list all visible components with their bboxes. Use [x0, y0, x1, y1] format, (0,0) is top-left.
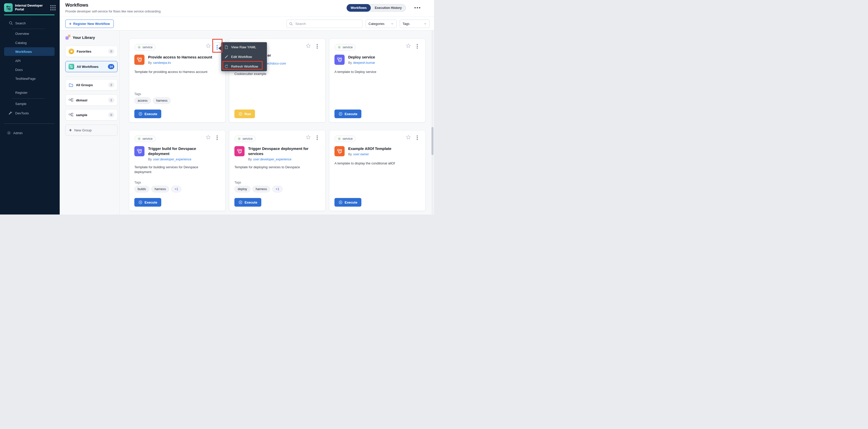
tag[interactable]: harness — [252, 186, 270, 192]
tag[interactable]: builds — [134, 186, 149, 192]
owner-link[interactable]: echdocs-core — [267, 62, 286, 65]
app-grid-icon[interactable] — [50, 5, 56, 10]
sidebar-item-overview[interactable]: Overview — [0, 29, 60, 38]
sidebar-item-api[interactable]: API — [0, 56, 60, 65]
card-title-row: Trigger Devspace deployment for services… — [235, 146, 320, 161]
workflows-icon — [68, 64, 74, 69]
template-icon — [335, 55, 345, 65]
library-group-all-workflows[interactable]: All Workflows 14 — [65, 61, 118, 72]
card-title-fragment: er — [268, 53, 271, 57]
template-icon — [235, 146, 245, 156]
menu-item-view-raw-yaml[interactable]: View Raw YAML — [221, 42, 267, 52]
sidebar-item-testnewpage[interactable]: TestNewPage — [0, 74, 60, 83]
owner-link[interactable]: user:developer_experience — [253, 158, 291, 161]
sidebar-item-register[interactable]: Register — [0, 88, 60, 97]
owner-link[interactable]: user:developer_experience — [153, 158, 191, 161]
count-badge: 0 — [108, 112, 114, 117]
scrollbar-thumb[interactable] — [431, 127, 433, 155]
library-group-sample[interactable]: sample 0 — [65, 109, 118, 120]
context-menu-arrow — [218, 46, 221, 51]
sidebar-item-docs[interactable]: Docs — [0, 65, 60, 74]
card-overflow-menu-icon[interactable] — [414, 134, 421, 142]
sidebar-item-sample[interactable]: Sample — [0, 99, 60, 108]
owner-link[interactable]: user:owner — [353, 152, 369, 156]
workflow-card-deploy-service[interactable]: service Deploy service Bydeepesh.kumar A… — [329, 39, 426, 122]
categories-dropdown[interactable]: Categories — [366, 20, 397, 28]
category-label: service — [243, 137, 253, 141]
service-gear-icon — [338, 46, 341, 49]
execute-button[interactable]: Execute — [134, 198, 161, 207]
workflow-card-trigger-build[interactable]: service Trigger build for Devspace deplo… — [129, 130, 225, 211]
category-chip: service — [335, 136, 356, 142]
owner-link[interactable]: sandeepa.kv — [153, 61, 171, 64]
tag[interactable]: deploy — [235, 186, 250, 192]
execute-label: Execute — [345, 112, 357, 116]
tags-dropdown[interactable]: Tags — [400, 20, 430, 28]
tags-label: Tags — [235, 181, 241, 184]
workflow-card-provide-access[interactable]: service Provide access to Harness accoun… — [129, 39, 225, 122]
library-divider — [65, 76, 118, 77]
app-logo-row: Internal Developer Portal — [4, 3, 56, 12]
sidebar-item-catalog[interactable]: Catalog — [0, 38, 60, 47]
register-new-workflow-button[interactable]: + Register New Workflow — [65, 20, 114, 28]
menu-item-refresh-workflow[interactable]: Refresh Workflow — [221, 61, 267, 71]
execute-button[interactable]: Execute — [235, 198, 261, 207]
more-tags-badge[interactable]: +1 — [171, 186, 181, 192]
page-subtitle: Provide developer self-service for flows… — [65, 10, 161, 13]
count-badge: 14 — [108, 64, 114, 69]
library-title: Your Library — [73, 35, 95, 40]
execute-label: Execute — [345, 201, 357, 204]
card-overflow-menu-icon[interactable] — [414, 42, 421, 50]
favorite-star-icon[interactable] — [406, 43, 411, 49]
run-button[interactable]: Run — [235, 110, 255, 118]
card-title: Deploy service — [348, 55, 375, 60]
tag[interactable]: access — [134, 97, 151, 104]
category-label: service — [343, 46, 353, 49]
new-group-button[interactable]: + New Group — [65, 124, 118, 136]
favorite-star-icon[interactable] — [406, 135, 411, 140]
card-overflow-menu-icon[interactable] — [314, 42, 321, 50]
sidebar-item-workflows[interactable]: Workflows — [4, 47, 55, 56]
play-circle-icon — [239, 200, 243, 204]
search-icon — [9, 21, 13, 25]
sidebar-item-devtools[interactable]: DevTools — [0, 109, 60, 117]
workflow-card-example-allof[interactable]: service Example AllOf Template Byuser:ow… — [329, 130, 426, 211]
more-tags-badge[interactable]: +1 — [272, 186, 282, 192]
library-group-label: dkmasl — [76, 98, 106, 102]
tag[interactable]: harness — [151, 186, 169, 192]
library-group-dkmasl[interactable]: dkmasl 1 — [65, 94, 118, 106]
library-group-all-groups[interactable]: All Groups 2 — [65, 79, 118, 90]
sidebar-item-label: Sample — [15, 102, 26, 106]
card-title: Provide access to Harness account — [148, 55, 212, 60]
toggle-execution-history[interactable]: Execution History — [371, 4, 406, 12]
sidebar-item-label: Register — [15, 91, 27, 94]
tag-row: deploy harness +1 — [235, 186, 283, 192]
library-group-favorites[interactable]: Favorites 0 — [65, 46, 118, 57]
execute-button[interactable]: Execute — [335, 110, 361, 118]
workflow-card-trigger-devspace[interactable]: service Trigger Devspace deployment for … — [229, 130, 326, 211]
owner-link[interactable]: deepesh.kumar — [353, 61, 375, 64]
favorite-star-icon[interactable] — [206, 43, 211, 49]
menu-item-edit-workflow[interactable]: Edit Workflow — [221, 52, 267, 61]
sidebar-item-search[interactable]: Search — [0, 19, 60, 27]
execute-button[interactable]: Execute — [335, 198, 361, 207]
favorite-star-icon[interactable] — [206, 135, 211, 140]
app-title: Internal Developer Portal — [15, 4, 48, 11]
card-overflow-menu-icon[interactable] — [214, 134, 221, 142]
run-label: Run — [245, 112, 251, 116]
card-title-row: Provide access to Harness account Bysand… — [134, 55, 220, 65]
card-overflow-menu-icon[interactable] — [314, 134, 321, 142]
category-label: service — [143, 137, 153, 141]
header-overflow-menu-icon[interactable] — [414, 7, 420, 8]
search-input[interactable] — [295, 22, 360, 26]
favorite-star-icon[interactable] — [306, 43, 311, 49]
play-circle-icon — [339, 112, 343, 116]
sidebar-item-admin[interactable]: Admin — [0, 128, 60, 137]
execute-button[interactable]: Execute — [134, 110, 161, 118]
menu-item-label: View Raw YAML — [231, 45, 256, 49]
toggle-workflows[interactable]: Workflows — [347, 4, 371, 12]
card-description: A template to display the conditional al… — [335, 161, 420, 166]
new-group-label: New Group — [74, 128, 92, 132]
favorite-star-icon[interactable] — [306, 135, 311, 140]
tag[interactable]: harness — [153, 97, 170, 104]
